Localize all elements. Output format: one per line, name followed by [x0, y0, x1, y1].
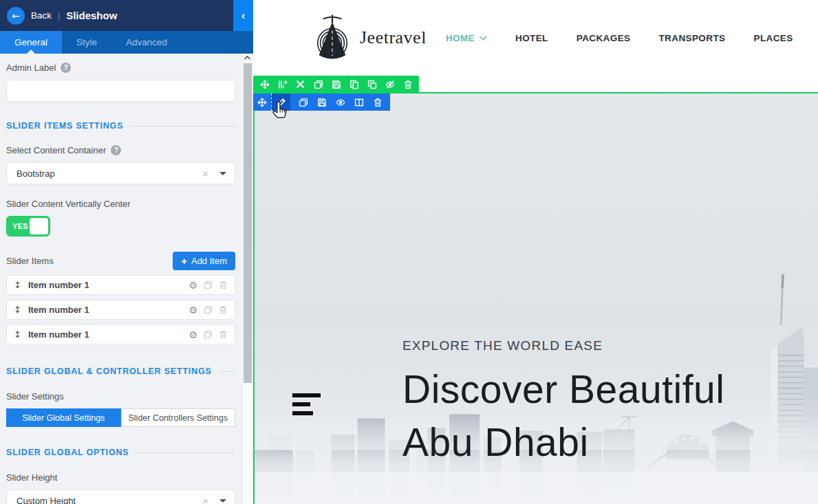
slider-item-row[interactable]: ↕ Item number 1 ⚙: [6, 325, 235, 344]
item-duplicate-icon[interactable]: [204, 281, 213, 289]
slider-item-row[interactable]: ↕ Item number 1 ⚙: [6, 300, 235, 320]
columns-icon[interactable]: [352, 96, 365, 109]
section-title: SLIDER GLOBAL OPTIONS: [6, 448, 129, 457]
delete-icon[interactable]: [371, 96, 384, 109]
edit-icon[interactable]: [271, 94, 290, 111]
slider-height-text: Slider Height: [6, 472, 57, 483]
visibility-icon[interactable]: [334, 96, 347, 109]
section-divider: [219, 371, 235, 372]
hero-title-line1: Discover Beautiful: [402, 363, 724, 416]
back-button[interactable]: ←: [7, 7, 25, 25]
panel-body: Admin Label ? SLIDER ITEMS SETTINGS Sele…: [0, 54, 242, 504]
menu-icon[interactable]: [292, 393, 321, 420]
vertical-center-label: Slider Content Vertically Center: [6, 199, 235, 209]
clear-icon[interactable]: ×: [202, 495, 208, 504]
site-logo[interactable]: Jeetravel: [312, 13, 427, 63]
select-value: Bootstrap: [17, 168, 202, 179]
vertical-center-toggle[interactable]: YES: [6, 216, 50, 237]
layout-columns-icon[interactable]: [276, 78, 289, 91]
tools-icon[interactable]: [294, 78, 307, 91]
logo-text: Jeetravel: [360, 28, 427, 48]
slider-settings-label: Slider Settings: [6, 391, 235, 402]
slider-item-row[interactable]: ↕ Item number 1 ⚙: [6, 275, 235, 295]
panel-header: ← Back | Slideshow ‹: [0, 0, 253, 31]
element-toolbar: [253, 94, 390, 111]
site-nav: HOME HOTEL PACKAGES TRANSPORTS PLACES GA…: [446, 33, 818, 43]
slider-controllers-settings-button[interactable]: Slider Controllers Settings: [121, 408, 236, 427]
item-label: Item number 1: [28, 305, 189, 315]
panel-tabs: General Style Advanced: [0, 31, 253, 54]
menu-bar: [292, 411, 313, 415]
clear-icon[interactable]: ×: [202, 168, 208, 179]
copy-icon[interactable]: [297, 96, 310, 109]
slider-settings-button-group: Slider Global Settings Slider Controller…: [6, 408, 235, 427]
chevron-left-icon: ‹: [241, 9, 246, 23]
slider-settings-text: Slider Settings: [6, 391, 64, 402]
slider-height-select[interactable]: Custom Height ×: [6, 490, 235, 504]
help-icon[interactable]: ?: [111, 145, 121, 155]
hero-title: Discover Beautiful Abu Dhabi: [402, 363, 724, 469]
back-label[interactable]: Back: [31, 10, 52, 21]
item-duplicate-icon[interactable]: [204, 305, 213, 314]
item-settings-icon[interactable]: ⚙: [189, 281, 197, 290]
tab-advanced[interactable]: Advanced: [111, 31, 182, 54]
admin-label: Admin Label: [6, 63, 56, 73]
visibility-off-icon[interactable]: [383, 78, 396, 91]
item-settings-icon[interactable]: ⚙: [189, 305, 197, 315]
move-icon[interactable]: [258, 78, 271, 91]
menu-bar: [292, 402, 310, 406]
save-icon[interactable]: [315, 96, 328, 109]
duplicate-icon[interactable]: [365, 78, 378, 91]
slider-global-settings-button[interactable]: Slider Global Settings: [6, 408, 121, 427]
hero-kicker: EXPLORE THE WORLD EASE: [402, 338, 603, 353]
site-header: Jeetravel HOME HOTEL PACKAGES TRANSPORTS…: [253, 0, 818, 76]
content-container-label: Select Content Container: [6, 145, 106, 155]
drag-handle-icon[interactable]: ↕: [14, 280, 21, 290]
move-icon[interactable]: [253, 94, 271, 111]
tab-style[interactable]: Style: [62, 31, 111, 54]
item-delete-icon[interactable]: [219, 330, 228, 339]
toggle-knob[interactable]: [30, 218, 48, 234]
panel-scrollbar[interactable]: [242, 52, 252, 504]
add-item-label: Add Item: [191, 256, 227, 266]
item-delete-icon[interactable]: [219, 305, 228, 314]
nav-item-transports[interactable]: TRANSPORTS: [658, 33, 725, 43]
drag-handle-icon[interactable]: ↕: [14, 305, 21, 315]
content-container-label-row: Select Content Container ?: [6, 145, 235, 155]
item-duplicate-icon[interactable]: [204, 330, 213, 339]
delete-icon[interactable]: [401, 78, 414, 91]
section-global-options: SLIDER GLOBAL OPTIONS: [6, 448, 235, 457]
item-delete-icon[interactable]: [219, 281, 228, 289]
nav-item-places[interactable]: PLACES: [753, 33, 793, 43]
site-preview: Jeetravel HOME HOTEL PACKAGES TRANSPORTS…: [253, 0, 818, 504]
menu-bar: [292, 393, 321, 397]
add-item-button[interactable]: + Add Item: [173, 252, 235, 270]
settings-panel: ← Back | Slideshow ‹ General Style Advan…: [0, 0, 253, 504]
item-label: Item number 1: [28, 280, 189, 290]
paste-icon[interactable]: [347, 78, 360, 91]
item-actions: ⚙: [189, 330, 228, 340]
item-label: Item number 1: [28, 329, 189, 340]
content-container-select[interactable]: Bootstrap ×: [6, 162, 235, 184]
section-divider: [136, 452, 235, 453]
copy-icon[interactable]: [312, 78, 325, 91]
item-settings-icon[interactable]: ⚙: [189, 330, 197, 340]
section-divider: [130, 126, 235, 127]
nav-item-packages[interactable]: PACKAGES: [577, 33, 631, 43]
help-icon[interactable]: ?: [61, 63, 71, 73]
back-arrow-icon: ←: [12, 10, 20, 21]
header-divider: |: [58, 11, 60, 21]
save-icon[interactable]: [330, 78, 343, 91]
scrollbar-thumb[interactable]: [244, 63, 252, 383]
admin-label-input[interactable]: [6, 80, 235, 102]
nav-item-hotel[interactable]: HOTEL: [515, 33, 548, 43]
section-title: SLIDER GLOBAL & CONTROLLER SETTINGS: [6, 366, 212, 376]
toggle-state-label: YES: [12, 222, 28, 230]
collapse-panel-button[interactable]: ‹: [233, 0, 253, 31]
tab-general[interactable]: General: [0, 31, 62, 54]
section-toolbar: [253, 76, 419, 93]
slider-height-label: Slider Height: [6, 472, 235, 483]
nav-item-home[interactable]: HOME: [446, 33, 487, 43]
drag-handle-icon[interactable]: ↕: [14, 329, 21, 340]
select-value: Custom Height: [17, 496, 202, 504]
